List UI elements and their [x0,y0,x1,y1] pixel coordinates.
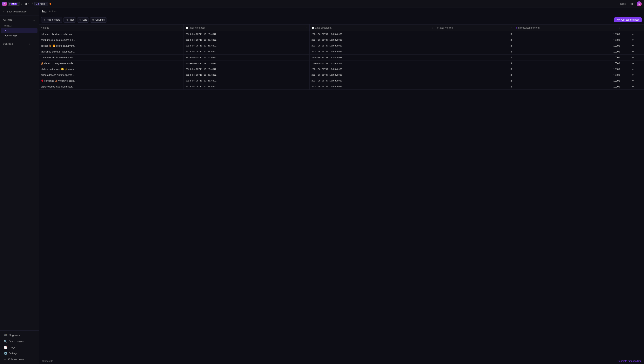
filter-button[interactable]: ⊟ Filter [64,17,76,23]
get-code-button[interactable]: </> Get code snippet [614,17,642,22]
add-column-icon[interactable]: + [624,26,626,30]
docs-link[interactable]: Docs [620,3,626,5]
data-table: ≡ name ▾ 🕐 xata_createdat ▾ [39,25,644,90]
back-to-workspace-button[interactable]: ← Back to workspace [0,8,39,16]
cell-newnewcol: 10000 [514,31,622,37]
sidebar-item-playground[interactable]: 🎮 Playground [1,332,38,338]
sort-button[interactable]: ⇅ Sort [77,17,89,23]
queries-search-icon[interactable]: ⌕ [28,42,31,46]
table-row: 🧸 deduco coaegresco curo de…2024-06-25T1… [39,61,644,66]
cell-name: 🧸 deduco coaegresco curo de… [39,61,184,66]
schema-search-icon[interactable]: ⌕ [28,19,31,22]
cell-created: 2024-06-25T11:19:26.687Z [184,84,310,90]
cell-edit[interactable]: ✏ [622,84,644,90]
cell-name: deporto toties texo aliqua spar… [39,84,184,90]
app-logo[interactable]: X [2,2,6,6]
cell-version: 3 [435,61,514,66]
cell-edit[interactable]: ✏ [622,72,644,78]
cell-updated: 2024-06-26T07:10:53.693Z [310,78,435,84]
schema-add-icon[interactable]: + [32,19,36,22]
version-type-icon: # [437,27,438,29]
cell-newnewcol: 10000 [514,84,622,90]
image2-label: image2 [4,24,12,27]
database-name: db [25,3,28,5]
table-row: adeptio 🧗 🔼 cogito caput vora…2024-06-25… [39,43,644,49]
generate-random-data-link[interactable]: Generate random data [618,360,641,362]
cell-edit[interactable]: ✏ [622,31,644,37]
updated-sort-icon[interactable]: ▾ [432,27,433,29]
table-row: delego depono summa sperno …2024-06-25T1… [39,72,644,78]
deleted-sort-icon[interactable]: ▾ [619,27,620,29]
user-avatar[interactable]: E [636,1,642,7]
cell-edit[interactable]: ✏ [622,55,644,61]
cell-newnewcol: 10000 [514,49,622,55]
cell-name: abduco sortitus alo 😄 ⚡ anser … [39,66,184,72]
cell-version: 3 [435,43,514,49]
cell-created: 2024-06-25T11:19:26.687Z [184,37,310,43]
cell-edit[interactable]: ✏ [622,78,644,84]
collapse-menu-button[interactable]: ← Collapse menu [1,356,38,362]
col-header-deleted[interactable]: # newnewcol (deleted) ▾ [514,25,622,31]
sidebar-item-usage[interactable]: 📈 Usage [1,344,38,350]
name-sort-icon[interactable]: ▾ [180,27,182,29]
separator-2: / [32,2,33,6]
queries-add-icon[interactable]: + [32,42,36,46]
schema-header: Schema ⌕ + [0,17,39,23]
cell-edit[interactable]: ✏ [622,66,644,72]
get-code-label: Get code snippet [621,19,639,21]
workspace-badge[interactable]: D PRO ▾ [8,2,20,6]
sidebar-item-image2[interactable]: image2 [1,23,38,28]
col-header-updated[interactable]: 🕐 xata_updatedat ▾ [310,25,435,31]
cell-updated: 2024-06-26T07:10:53.693Z [310,43,435,49]
columns-button[interactable]: ▦ Columns [90,17,106,23]
cell-edit[interactable]: ✏ [622,37,644,43]
cell-created: 2024-06-25T11:19:26.687Z [184,78,310,84]
branch-selector[interactable]: ⎇ main ▾ [34,2,48,6]
record-count: 10 records [42,360,53,362]
columns-icon: ▦ [92,19,94,21]
sidebar-item-search-engine[interactable]: 🔍 Search engine [1,338,38,344]
table-header: tag Actions [39,8,644,15]
sidebar-item-tag-to-image[interactable]: tag-to-image [1,33,38,38]
table-footer: 10 records Generate random data [39,358,644,364]
deleted-type-icon: # [516,27,517,29]
add-record-button[interactable]: ＋ Add a record [41,17,62,23]
help-link[interactable]: Help [629,3,634,5]
col-header-version[interactable]: # xata_version ▾ [435,25,514,31]
cell-newnewcol: 10000 [514,72,622,78]
sidebar-bottom: 🎮 Playground 🔍 Search engine 📈 Usage ⚙️ … [0,330,39,364]
playground-label: Playground [9,334,20,336]
cell-updated: 2024-06-26T07:10:53.693Z [310,55,435,61]
playground-icon: 🎮 [4,334,7,337]
sidebar: ← Back to workspace Schema ⌕ + image2 ta… [0,8,39,364]
queries-header: Queries ⌕ + [0,41,39,47]
table-header-row: ≡ name ▾ 🕐 xata_createdat ▾ [39,25,644,31]
sidebar-item-tag[interactable]: tag [1,28,38,33]
col-header-created[interactable]: 🕐 xata_createdat ▾ [184,25,310,31]
version-sort-icon[interactable]: ▾ [511,27,512,29]
sidebar-item-settings[interactable]: ⚙️ Settings [1,350,38,356]
queries-section: Queries ⌕ + [0,40,39,48]
col-header-add[interactable]: + [622,25,644,31]
cell-newnewcol: 10000 [514,61,622,66]
add-icon: ＋ [43,18,46,22]
sort-label: Sort [82,19,86,21]
col-deleted-label: newnewcol (deleted) [518,27,540,29]
col-header-name[interactable]: ≡ name ▾ [39,25,184,31]
created-sort-icon[interactable]: ▾ [306,27,308,29]
cell-edit[interactable]: ✏ [622,49,644,55]
cell-name: communis viridis assumenda te… [39,55,184,61]
cell-updated: 2024-06-26T07:10:53.693Z [310,37,435,43]
cell-updated: 2024-06-26T07:10:53.693Z [310,49,435,55]
workspace-chevron-icon: ▾ [18,3,18,5]
cell-name: triumphus excepturi laboriosam… [39,49,184,55]
cell-version: 3 [435,37,514,43]
filter-icon: ⊟ [66,19,68,21]
cell-edit[interactable]: ✏ [622,61,644,66]
cell-created: 2024-06-25T11:19:26.687Z [184,49,310,55]
cell-edit[interactable]: ✏ [622,43,644,49]
topnav: X D PRO ▾ / db ▾ / ⎇ main ▾ Docs Help E [0,0,644,8]
database-selector[interactable]: db ▾ [24,2,30,6]
cell-updated: 2024-06-26T07:10:53.693Z [310,31,435,37]
status-dot [50,3,51,5]
